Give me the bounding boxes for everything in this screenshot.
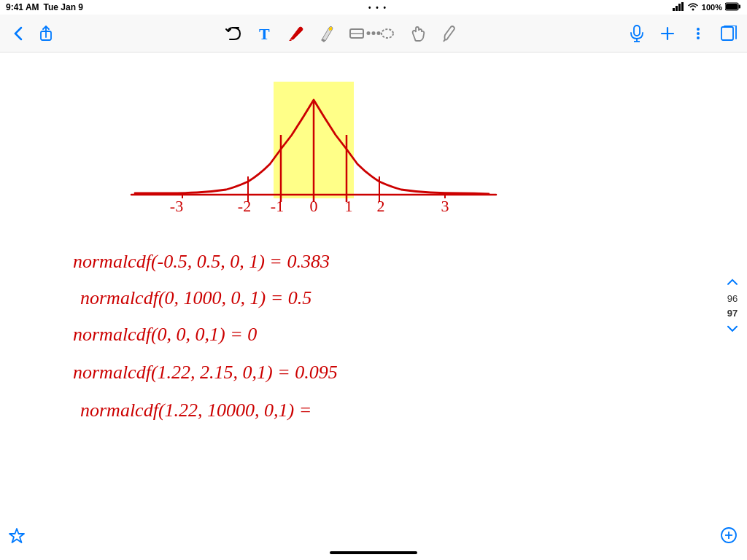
svg-text:normalcdf(-0.5, 0.5, 0, 1) = 0: normalcdf(-0.5, 0.5, 0, 1) = 0.383 bbox=[73, 251, 330, 272]
svg-point-4 bbox=[692, 9, 694, 11]
svg-text:-3: -3 bbox=[170, 197, 183, 213]
svg-text:normalcdf(0, 0, 0,1) = 0: normalcdf(0, 0, 0,1) = 0 bbox=[73, 324, 257, 345]
svg-line-13 bbox=[444, 39, 445, 42]
favorite-button[interactable] bbox=[7, 527, 26, 549]
svg-point-21 bbox=[697, 36, 700, 39]
svg-rect-1 bbox=[676, 6, 678, 11]
equations-container: normalcdf(-0.5, 0.5, 0, 1) = 0.383 norma… bbox=[73, 238, 620, 475]
back-button[interactable] bbox=[7, 23, 29, 44]
svg-text:T: T bbox=[259, 25, 270, 42]
bell-curve-container: -3 -2 -1 0 1 2 3 bbox=[117, 60, 511, 220]
status-right: 100% bbox=[673, 2, 741, 12]
toolbar-right bbox=[626, 23, 740, 44]
svg-text:normalcdf(0, 1000, 0, 1) = 0.5: normalcdf(0, 1000, 0, 1) = 0.5 bbox=[80, 287, 311, 308]
status-bar: 9:41 AM Tue Jan 9 • • • 100% bbox=[0, 0, 747, 15]
svg-text:1: 1 bbox=[345, 197, 353, 213]
undo-button[interactable] bbox=[223, 23, 245, 44]
page-navigation: 96 97 bbox=[724, 275, 741, 338]
signal-dots: • • • bbox=[368, 4, 387, 12]
time-display: 9:41 AM bbox=[6, 2, 39, 12]
battery-icon bbox=[725, 2, 741, 12]
status-left: 9:41 AM Tue Jan 9 bbox=[6, 2, 83, 12]
svg-rect-7 bbox=[726, 4, 738, 9]
canvas-area: -3 -2 -1 0 1 2 3 normalcdf(-0.5, 0.5, 0,… bbox=[0, 52, 747, 560]
svg-rect-6 bbox=[739, 5, 741, 9]
svg-rect-0 bbox=[673, 8, 675, 11]
toolbar: T bbox=[0, 15, 747, 52]
more-options-button[interactable] bbox=[687, 23, 709, 44]
eraser-tool-button[interactable] bbox=[346, 23, 368, 44]
svg-text:0: 0 bbox=[310, 197, 318, 213]
battery-percentage: 100% bbox=[702, 3, 722, 12]
add-button[interactable] bbox=[657, 23, 678, 44]
equations-svg: normalcdf(-0.5, 0.5, 0, 1) = 0.383 norma… bbox=[73, 238, 642, 472]
svg-rect-2 bbox=[678, 4, 681, 11]
text-tool-button[interactable]: T bbox=[254, 23, 276, 44]
current-page-number: 97 bbox=[727, 307, 738, 320]
svg-rect-22 bbox=[721, 27, 733, 40]
svg-text:-1: -1 bbox=[271, 197, 284, 213]
zoom-button[interactable] bbox=[719, 526, 740, 549]
prev-page-number: 96 bbox=[727, 292, 738, 306]
status-center: • • • bbox=[368, 4, 387, 12]
svg-text:2: 2 bbox=[377, 197, 385, 213]
signal-icon bbox=[673, 2, 684, 12]
svg-point-12 bbox=[382, 29, 393, 38]
svg-text:normalcdf(1.22, 2.15, 0,1) = 0: normalcdf(1.22, 2.15, 0,1) = 0.095 bbox=[73, 362, 338, 383]
share-button[interactable] bbox=[35, 23, 57, 44]
toolbar-left bbox=[7, 23, 57, 44]
svg-point-19 bbox=[697, 28, 700, 31]
pages-button[interactable] bbox=[718, 23, 740, 44]
page-down-button[interactable] bbox=[724, 322, 741, 338]
bell-curve-svg: -3 -2 -1 0 1 2 3 bbox=[117, 60, 511, 213]
pencil-tool-button[interactable] bbox=[315, 23, 337, 44]
svg-point-20 bbox=[697, 32, 700, 35]
page-up-button[interactable] bbox=[724, 275, 741, 291]
pen-tool-button[interactable] bbox=[285, 23, 306, 44]
marker-tool-button[interactable] bbox=[438, 23, 460, 44]
toolbar-center: T bbox=[223, 23, 460, 44]
svg-rect-14 bbox=[634, 26, 640, 36]
date-display: Tue Jan 9 bbox=[44, 2, 83, 12]
hand-tool-button[interactable] bbox=[407, 23, 429, 44]
svg-rect-3 bbox=[681, 2, 684, 11]
svg-text:3: 3 bbox=[441, 197, 449, 213]
svg-text:-2: -2 bbox=[238, 197, 251, 213]
microphone-button[interactable] bbox=[626, 23, 648, 44]
home-indicator bbox=[330, 551, 417, 554]
svg-text:normalcdf(1.22, 10000, 0,1) =: normalcdf(1.22, 10000, 0,1) = bbox=[80, 400, 311, 421]
wifi-icon bbox=[687, 2, 699, 12]
